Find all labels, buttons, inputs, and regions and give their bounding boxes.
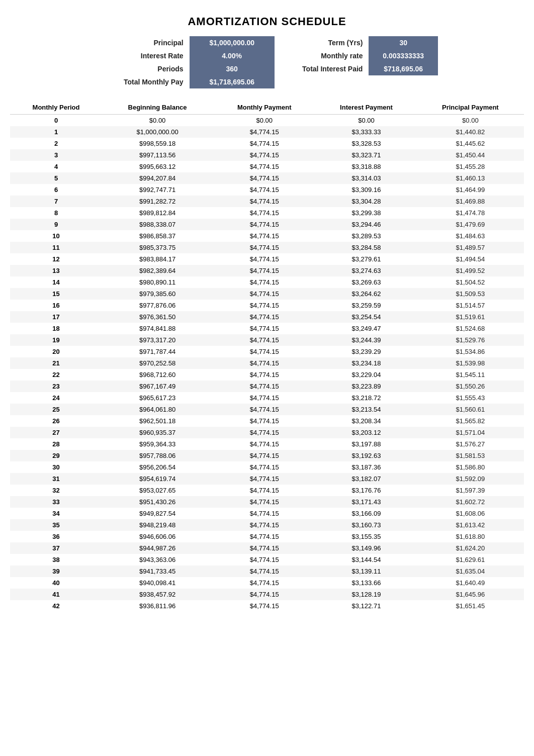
table-cell: $3,284.58 <box>316 242 416 253</box>
table-cell: 9 <box>10 219 102 230</box>
table-row: 5$994,207.84$4,774.15$3,314.03$1,460.13 <box>10 172 524 184</box>
table-cell: 17 <box>10 311 102 323</box>
table-row: 26$962,501.18$4,774.15$3,208.34$1,565.82 <box>10 415 524 427</box>
table-cell: $3,314.03 <box>316 172 416 184</box>
total-interest-value: $718,695.06 <box>369 62 438 75</box>
table-cell: $1,455.28 <box>417 161 524 172</box>
principal-value: $1,000,000.00 <box>190 36 275 49</box>
table-cell: 4 <box>10 161 102 172</box>
table-cell: $3,171.43 <box>316 496 416 508</box>
table-row: 4$995,663.12$4,774.15$3,318.88$1,455.28 <box>10 161 524 172</box>
table-row: 1$1,000,000.00$4,774.15$3,333.33$1,440.8… <box>10 126 524 138</box>
table-cell: $3,318.88 <box>316 161 416 172</box>
table-cell: $1,560.61 <box>417 404 524 415</box>
table-cell: $1,618.80 <box>417 531 524 542</box>
table-cell: 27 <box>10 427 102 438</box>
table-cell: $1,519.61 <box>417 311 524 323</box>
table-cell: $1,460.13 <box>417 172 524 184</box>
table-cell: $3,160.73 <box>316 519 416 531</box>
table-cell: $3,279.61 <box>316 253 416 265</box>
table-cell: $957,788.06 <box>102 450 213 461</box>
table-cell: $959,364.33 <box>102 438 213 450</box>
table-cell: 12 <box>10 253 102 265</box>
table-cell: $954,619.74 <box>102 473 213 485</box>
table-cell: $953,027.65 <box>102 485 213 496</box>
table-cell: $3,234.18 <box>316 357 416 369</box>
table-cell: $4,774.15 <box>213 323 316 334</box>
table-cell: 11 <box>10 242 102 253</box>
table-cell: $4,774.15 <box>213 600 316 612</box>
page-title: AMORTIZATION SCHEDULE <box>10 15 524 28</box>
table-cell: $4,774.15 <box>213 149 316 161</box>
table-cell: $4,774.15 <box>213 172 316 184</box>
monthly-rate-value: 0.003333333 <box>369 49 438 62</box>
table-cell: $1,576.27 <box>417 438 524 450</box>
table-cell: $970,252.58 <box>102 357 213 369</box>
table-cell: $948,219.48 <box>102 519 213 531</box>
table-cell: $3,328.53 <box>316 138 416 149</box>
table-row: 22$968,712.60$4,774.15$3,229.04$1,545.11 <box>10 369 524 381</box>
table-row: 27$960,935.37$4,774.15$3,203.12$1,571.04 <box>10 427 524 438</box>
total-monthly-pay-label: Total Monthly Pay <box>96 75 190 88</box>
monthly-rate-label: Monthly rate <box>275 49 369 62</box>
table-cell: 24 <box>10 392 102 404</box>
table-cell: $989,812.84 <box>102 207 213 219</box>
column-header: Monthly Payment <box>213 101 316 115</box>
table-cell: $936,811.96 <box>102 600 213 612</box>
table-row: 30$956,206.54$4,774.15$3,187.36$1,586.80 <box>10 461 524 473</box>
table-cell: $1,645.96 <box>417 589 524 600</box>
table-cell: $4,774.15 <box>213 392 316 404</box>
table-cell: $1,484.63 <box>417 230 524 242</box>
table-cell: $1,539.98 <box>417 357 524 369</box>
table-cell: $1,571.04 <box>417 427 524 438</box>
column-header: Principal Payment <box>417 101 524 115</box>
table-cell: 41 <box>10 589 102 600</box>
table-row: 29$957,788.06$4,774.15$3,192.63$1,581.53 <box>10 450 524 461</box>
table-cell: 31 <box>10 473 102 485</box>
table-cell: 19 <box>10 334 102 346</box>
table-cell: $3,139.11 <box>316 565 416 577</box>
table-cell: $1,597.39 <box>417 485 524 496</box>
total-interest-label: Total Interest Paid <box>275 62 369 75</box>
table-cell: $4,774.15 <box>213 219 316 230</box>
table-cell: $956,206.54 <box>102 461 213 473</box>
table-cell: $4,774.15 <box>213 265 316 276</box>
table-cell: 18 <box>10 323 102 334</box>
table-cell: 5 <box>10 172 102 184</box>
table-row: 41$938,457.92$4,774.15$3,128.19$1,645.96 <box>10 589 524 600</box>
table-row: 35$948,219.48$4,774.15$3,160.73$1,613.42 <box>10 519 524 531</box>
table-cell: $3,133.66 <box>316 577 416 589</box>
table-cell: $4,774.15 <box>213 381 316 392</box>
table-row: 7$991,282.72$4,774.15$3,304.28$1,469.88 <box>10 196 524 207</box>
table-cell: $1,464.99 <box>417 184 524 196</box>
table-row: 37$944,987.26$4,774.15$3,149.96$1,624.20 <box>10 542 524 554</box>
table-cell: $980,890.11 <box>102 276 213 288</box>
table-cell: $982,389.64 <box>102 265 213 276</box>
table-cell: $4,774.15 <box>213 589 316 600</box>
table-cell: 21 <box>10 357 102 369</box>
table-row: 25$964,061.80$4,774.15$3,213.54$1,560.61 <box>10 404 524 415</box>
table-cell: $4,774.15 <box>213 334 316 346</box>
table-cell: $4,774.15 <box>213 485 316 496</box>
table-row: 16$977,876.06$4,774.15$3,259.59$1,514.57 <box>10 300 524 311</box>
table-cell: $967,167.49 <box>102 381 213 392</box>
table-cell: $4,774.15 <box>213 207 316 219</box>
table-cell: $4,774.15 <box>213 438 316 450</box>
table-cell: $3,299.38 <box>316 207 416 219</box>
table-cell: 35 <box>10 519 102 531</box>
table-cell: $4,774.15 <box>213 184 316 196</box>
table-cell: 13 <box>10 265 102 276</box>
table-cell: $1,469.88 <box>417 196 524 207</box>
table-cell: $938,457.92 <box>102 589 213 600</box>
table-row: 36$946,606.06$4,774.15$3,155.35$1,618.80 <box>10 531 524 542</box>
table-cell: 34 <box>10 508 102 519</box>
table-cell: $4,774.15 <box>213 496 316 508</box>
table-row: 21$970,252.58$4,774.15$3,234.18$1,539.98 <box>10 357 524 369</box>
table-cell: $3,289.53 <box>316 230 416 242</box>
table-cell: $3,239.29 <box>316 346 416 357</box>
table-cell: $1,555.43 <box>417 392 524 404</box>
table-cell: $3,309.16 <box>316 184 416 196</box>
table-cell: $4,774.15 <box>213 196 316 207</box>
table-cell: 28 <box>10 438 102 450</box>
periods-label: Periods <box>96 62 190 75</box>
